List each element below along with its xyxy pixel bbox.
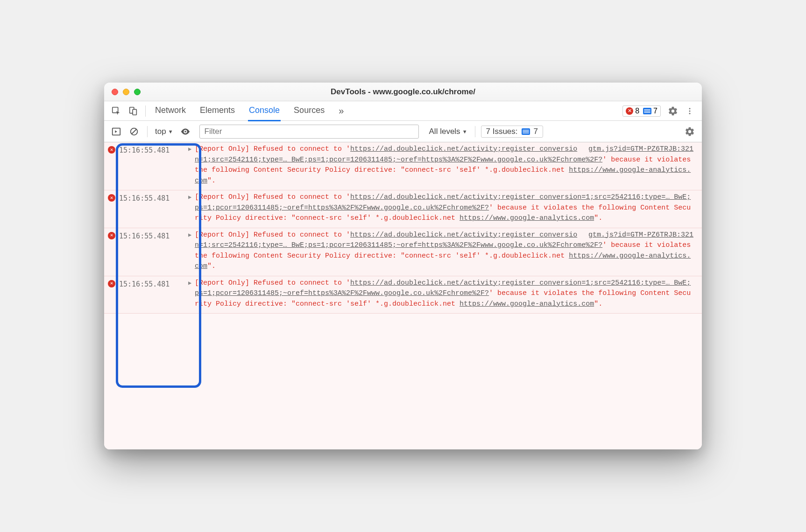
log-message: [Report Only] Refused to connect to 'htt… (195, 278, 698, 310)
more-tabs-icon[interactable]: » (338, 102, 345, 120)
device-toggle-icon[interactable] (126, 104, 141, 119)
chevron-down-icon: ▼ (462, 129, 467, 134)
console-toolbar: top ▼ All levels ▼ 7 Issues: 7 (104, 121, 702, 142)
log-message: gtm.js?id=GTM-PZ6TRJB:321[Report Only] R… (195, 144, 698, 186)
live-expression-icon[interactable] (178, 124, 193, 139)
chevron-down-icon: ▼ (168, 129, 173, 134)
fullscreen-button[interactable] (134, 89, 141, 95)
panel-tabs: Network Elements Console Sources » (154, 102, 345, 120)
levels-label: All levels (429, 127, 460, 136)
filter-input[interactable] (199, 125, 419, 139)
context-label: top (155, 127, 166, 136)
tab-sources[interactable]: Sources (293, 102, 325, 120)
log-message: gtm.js?id=GTM-PZ6TRJB:321[Report Only] R… (195, 230, 698, 272)
issues-count: 7 (534, 127, 538, 136)
clear-console-icon[interactable] (127, 124, 141, 139)
error-icon: ✕ (626, 107, 633, 115)
error-count: 8 (635, 107, 639, 115)
log-text-post: ". (207, 177, 216, 185)
log-message: [Report Only] Refused to connect to 'htt… (195, 192, 698, 224)
source-link[interactable]: gtm.js?id=GTM-PZ6TRJB:321 (579, 144, 693, 155)
error-icon: ✕ (108, 232, 115, 239)
messages-count-pill: 7 (643, 107, 658, 115)
log-level-selector[interactable]: All levels ▼ (427, 126, 469, 137)
console-settings-icon[interactable] (682, 124, 697, 139)
log-text-post: ". (207, 262, 216, 270)
close-button[interactable] (112, 89, 118, 95)
expand-arrow-icon[interactable]: ▶ (188, 144, 195, 154)
toolbar-divider (145, 105, 146, 117)
tab-console[interactable]: Console (248, 102, 281, 120)
log-url2[interactable]: https://www.google-analytics.com (460, 300, 594, 308)
inspect-element-icon[interactable] (109, 104, 124, 119)
context-selector[interactable]: top ▼ (153, 126, 175, 137)
expand-arrow-icon[interactable]: ▶ (188, 230, 195, 239)
divider (475, 126, 475, 137)
console-error-row: ✕15:16:55.481▶[Report Only] Refused to c… (104, 276, 702, 314)
message-icon (522, 128, 530, 135)
log-url2[interactable]: https://www.google-analytics.com (460, 214, 594, 222)
svg-rect-2 (133, 109, 136, 115)
window-title: DevTools - www.google.co.uk/chrome/ (104, 87, 702, 97)
tab-network[interactable]: Network (154, 102, 187, 120)
log-text-pre: [Report Only] Refused to connect to ' (195, 145, 350, 153)
issues-button[interactable]: 7 Issues: 7 (481, 126, 544, 138)
log-timestamp: 15:16:55.481 (119, 230, 188, 242)
log-timestamp: 15:16:55.481 (119, 278, 188, 290)
error-count-pill: ✕ 8 (626, 107, 639, 115)
log-text-pre: [Report Only] Refused to connect to ' (195, 231, 350, 239)
log-text-pre: [Report Only] Refused to connect to ' (195, 193, 350, 201)
expand-arrow-icon[interactable]: ▶ (188, 278, 195, 287)
log-timestamp: 15:16:55.481 (119, 192, 188, 204)
svg-point-4 (689, 110, 691, 112)
console-messages: ✕15:16:55.481▶gtm.js?id=GTM-PZ6TRJB:321[… (104, 142, 702, 449)
console-error-row: ✕15:16:55.481▶[Report Only] Refused to c… (104, 190, 702, 228)
error-warning-badge[interactable]: ✕ 8 7 (622, 105, 661, 117)
svg-point-3 (689, 108, 691, 109)
log-text-pre: [Report Only] Refused to connect to ' (195, 279, 350, 287)
devtools-window: DevTools - www.google.co.uk/chrome/ Netw… (104, 83, 702, 449)
settings-gear-icon[interactable] (665, 104, 680, 119)
console-error-row: ✕15:16:55.481▶gtm.js?id=GTM-PZ6TRJB:321[… (104, 228, 702, 276)
error-icon: ✕ (108, 280, 115, 287)
messages-count: 7 (653, 107, 658, 115)
window-controls (104, 89, 141, 95)
log-text-post: ". (594, 214, 602, 222)
message-icon (643, 108, 651, 114)
source-link[interactable]: gtm.js?id=GTM-PZ6TRJB:321 (579, 230, 693, 241)
console-error-row: ✕15:16:55.481▶gtm.js?id=GTM-PZ6TRJB:321[… (104, 142, 702, 190)
main-toolbar: Network Elements Console Sources » ✕ 8 7 (104, 101, 702, 121)
tab-elements[interactable]: Elements (199, 102, 236, 120)
error-icon: ✕ (108, 194, 115, 202)
minimize-button[interactable] (123, 89, 129, 95)
more-options-icon[interactable] (682, 104, 697, 119)
error-icon: ✕ (108, 146, 115, 154)
log-timestamp: 15:16:55.481 (119, 144, 188, 156)
divider (147, 126, 148, 137)
log-text-post: ". (594, 300, 602, 308)
expand-arrow-icon[interactable]: ▶ (188, 192, 195, 202)
titlebar: DevTools - www.google.co.uk/chrome/ (104, 83, 702, 101)
svg-point-5 (689, 112, 691, 114)
show-console-sidebar-icon[interactable] (109, 124, 124, 139)
issues-label: 7 Issues: (486, 127, 518, 136)
